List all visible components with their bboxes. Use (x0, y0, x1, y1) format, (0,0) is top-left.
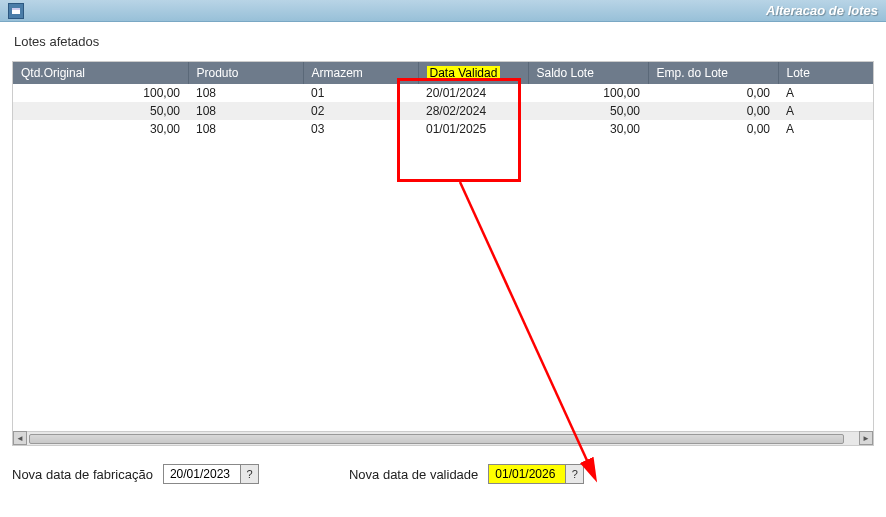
window-title: Alteracao de lotes (766, 3, 878, 18)
table-row[interactable]: 50,001080228/02/202450,000,00A (13, 102, 873, 120)
lotes-table: Qtd.Original Produto Armazem Data Valida… (13, 62, 873, 138)
validade-field: Nova data de validade ? (349, 464, 584, 484)
cell-produto[interactable]: 108 (188, 102, 303, 120)
cell-produto[interactable]: 108 (188, 120, 303, 138)
cell-saldo-lote[interactable]: 100,00 (528, 84, 648, 102)
cell-armazem[interactable]: 01 (303, 84, 418, 102)
svg-rect-1 (12, 8, 20, 10)
section-title: Lotes afetados (12, 30, 874, 53)
horizontal-scrollbar[interactable]: ◄ ► (13, 431, 873, 445)
bottom-panel: Nova data de fabricação ? Nova data de v… (0, 454, 886, 494)
cell-lote[interactable]: A (778, 84, 873, 102)
scrollbar-thumb[interactable] (29, 434, 844, 444)
cell-qtd-original[interactable]: 100,00 (13, 84, 188, 102)
window-title-bar: Alteracao de lotes (0, 0, 886, 22)
validade-lookup-button[interactable]: ? (566, 464, 584, 484)
col-header-lote[interactable]: Lote (778, 62, 873, 84)
cell-data-validad[interactable]: 20/01/2024 (418, 84, 528, 102)
col-header-emp-do-lote[interactable]: Emp. do Lote (648, 62, 778, 84)
fabricacao-lookup-button[interactable]: ? (241, 464, 259, 484)
table-scroll-area: Qtd.Original Produto Armazem Data Valida… (13, 62, 873, 432)
cell-saldo-lote[interactable]: 50,00 (528, 102, 648, 120)
fabricacao-date-input[interactable] (163, 464, 241, 484)
cell-lote[interactable]: A (778, 102, 873, 120)
cell-data-validad[interactable]: 28/02/2024 (418, 102, 528, 120)
col-header-armazem[interactable]: Armazem (303, 62, 418, 84)
cell-qtd-original[interactable]: 50,00 (13, 102, 188, 120)
highlighted-header-text: Data Validad (427, 66, 501, 80)
col-header-qtd-original[interactable]: Qtd.Original (13, 62, 188, 84)
fabricacao-field: Nova data de fabricação ? (12, 464, 259, 484)
cell-data-validad[interactable]: 01/01/2025 (418, 120, 528, 138)
scrollbar-track[interactable] (27, 431, 859, 445)
table-row[interactable]: 30,001080301/01/202530,000,00A (13, 120, 873, 138)
cell-qtd-original[interactable]: 30,00 (13, 120, 188, 138)
cell-emp-do-lote[interactable]: 0,00 (648, 120, 778, 138)
cell-emp-do-lote[interactable]: 0,00 (648, 102, 778, 120)
content-area: Lotes afetados Qtd.Original Produto (0, 22, 886, 454)
table-body: 100,001080120/01/2024100,000,00A50,00108… (13, 84, 873, 138)
cell-armazem[interactable]: 02 (303, 102, 418, 120)
cell-lote[interactable]: A (778, 120, 873, 138)
table-container: Qtd.Original Produto Armazem Data Valida… (12, 61, 874, 446)
fabricacao-input-group: ? (163, 464, 259, 484)
cell-emp-do-lote[interactable]: 0,00 (648, 84, 778, 102)
col-header-saldo-lote[interactable]: Saldo Lote (528, 62, 648, 84)
scroll-right-arrow-icon[interactable]: ► (859, 431, 873, 445)
validade-date-input[interactable] (488, 464, 566, 484)
validade-input-group: ? (488, 464, 584, 484)
col-header-produto[interactable]: Produto (188, 62, 303, 84)
table-row[interactable]: 100,001080120/01/2024100,000,00A (13, 84, 873, 102)
scroll-left-arrow-icon[interactable]: ◄ (13, 431, 27, 445)
window-icon (8, 3, 24, 19)
validade-label: Nova data de validade (349, 467, 478, 482)
col-header-data-validad[interactable]: Data Validad (418, 62, 528, 84)
cell-armazem[interactable]: 03 (303, 120, 418, 138)
cell-produto[interactable]: 108 (188, 84, 303, 102)
fabricacao-label: Nova data de fabricação (12, 467, 153, 482)
cell-saldo-lote[interactable]: 30,00 (528, 120, 648, 138)
table-header-row: Qtd.Original Produto Armazem Data Valida… (13, 62, 873, 84)
